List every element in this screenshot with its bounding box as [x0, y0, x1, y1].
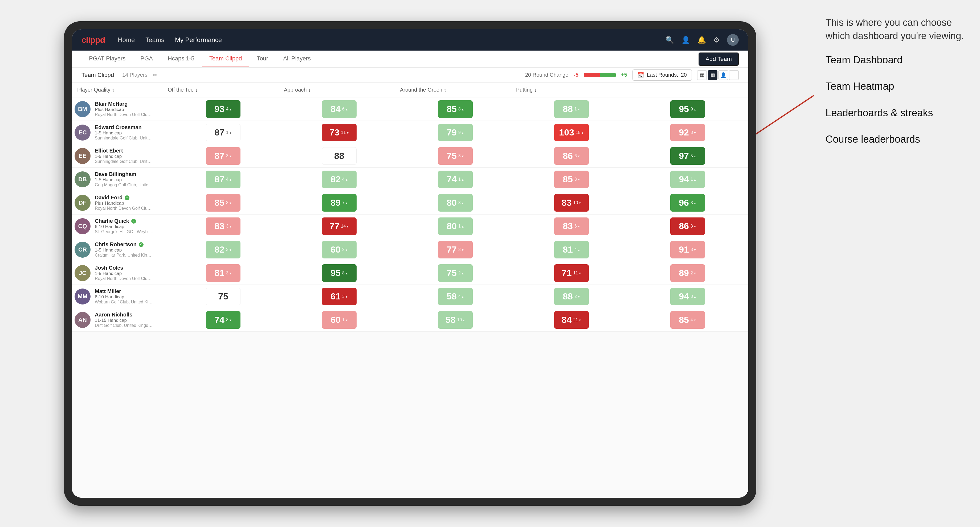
settings-icon[interactable]: ⚙	[713, 36, 719, 44]
player-details: Matt Miller6-10 HandicapWoburn Golf Club…	[95, 288, 153, 305]
score-change: 2	[458, 271, 464, 275]
avatar: CR	[75, 242, 91, 258]
score-value: 87	[215, 151, 224, 161]
player-info[interactable]: JCJosh Coles1-5 HandicapRoyal North Devo…	[75, 262, 165, 284]
col-player-quality[interactable]: Player Quality ↕	[75, 83, 165, 97]
score-box: 824	[322, 171, 356, 188]
score-value: 77	[329, 221, 339, 231]
arrow-down-icon	[461, 247, 464, 252]
score-value: 97	[679, 151, 689, 161]
arrow-up-icon	[229, 107, 232, 111]
view-download-icon[interactable]: ↓	[729, 70, 739, 80]
score-cell: 941	[630, 168, 746, 190]
arrow-down-icon	[346, 224, 349, 229]
player-details: Elliot Ebert1-5 HandicapSunningdale Golf…	[95, 148, 153, 164]
player-name: Edward Crossman	[95, 124, 153, 130]
score-value: 77	[447, 244, 457, 255]
add-team-button[interactable]: Add Team	[698, 52, 739, 66]
tab-tour[interactable]: Tour	[249, 51, 275, 67]
score-value: 84	[331, 104, 340, 114]
avatar: EC	[75, 125, 91, 141]
sub-nav: PGAT Players PGA Hcaps 1-5 Team Clippd T…	[72, 51, 748, 68]
score-cell: 813	[165, 262, 281, 284]
score-value: 85	[563, 174, 573, 184]
tab-pga[interactable]: PGA	[133, 51, 160, 67]
score-cell: 854	[630, 309, 746, 331]
score-cell: 833	[165, 215, 281, 237]
score-box: 799	[438, 124, 473, 141]
player-info[interactable]: DBDave Billingham1-5 HandicapGog Magog G…	[75, 168, 165, 190]
player-info[interactable]: DFDavid Ford✓Plus HandicapRoyal North De…	[75, 191, 165, 214]
annotation-area: This is where you can choose which dashb…	[826, 16, 964, 159]
score-change: 3	[226, 271, 232, 275]
score-change: 1	[342, 317, 348, 322]
player-details: Edward Crossman1-5 HandicapSunningdale G…	[95, 124, 153, 141]
player-name: Blair McHarg	[95, 101, 153, 107]
team-name-label: Team Clippd	[81, 71, 114, 78]
view-icons: ▦ ▩ 👤 ↓	[697, 70, 739, 80]
table-row: ECEdward Crossman1-5 HandicapSunningdale…	[72, 121, 748, 144]
score-box: 975	[670, 147, 705, 165]
player-info[interactable]: EEElliot Ebert1-5 HandicapSunningdale Go…	[75, 144, 165, 167]
heatbar-green	[600, 73, 616, 77]
tab-pgat-players[interactable]: PGAT Players	[81, 51, 133, 67]
player-info[interactable]: BMBlair McHargPlus HandicapRoyal North D…	[75, 98, 165, 120]
player-name: Charlie Quick✓	[95, 218, 153, 224]
avatar[interactable]: U	[727, 34, 739, 46]
nav-item-home[interactable]: Home	[118, 36, 135, 44]
score-box: 959	[670, 100, 705, 118]
tab-team-clippd[interactable]: Team Clippd	[202, 51, 249, 67]
view-person-icon[interactable]: 👤	[719, 70, 728, 80]
score-change: 1	[458, 224, 464, 229]
sub-nav-tabs: PGAT Players PGA Hcaps 1-5 Team Clippd T…	[81, 51, 318, 67]
tab-all-players[interactable]: All Players	[275, 51, 318, 67]
last-rounds-button[interactable]: 📅 Last Rounds: 20	[632, 70, 692, 81]
score-value: 73	[329, 127, 339, 138]
arrow-down-icon	[578, 317, 581, 322]
edit-icon[interactable]: ✏	[153, 72, 158, 78]
score-change: 4	[690, 317, 696, 322]
score-cell: 7111	[514, 262, 630, 284]
nav-item-teams[interactable]: Teams	[145, 36, 164, 44]
player-info[interactable]: CRChris Robertson✓1-5 HandicapCraigmilla…	[75, 238, 165, 261]
score-value: 95	[331, 268, 340, 278]
search-icon[interactable]: 🔍	[665, 36, 674, 44]
score-value: 89	[679, 268, 689, 278]
player-info[interactable]: ANAaron Nicholls11-15 HandicapDrift Golf…	[75, 308, 165, 331]
last-rounds-value: 20	[681, 72, 687, 78]
score-box: 897	[322, 194, 356, 211]
score-change: 1	[574, 107, 580, 111]
arrow-up-icon	[461, 294, 464, 299]
verified-icon: ✓	[139, 242, 143, 247]
col-putting[interactable]: Putting ↕	[514, 83, 630, 97]
avatar: MM	[75, 289, 91, 305]
player-info[interactable]: ECEdward Crossman1-5 HandicapSunningdale…	[75, 121, 165, 144]
player-info[interactable]: CQCharlie Quick✓6-10 HandicapSt. George'…	[75, 215, 165, 237]
score-change: 4	[574, 247, 580, 252]
arrow-down-icon	[345, 294, 348, 299]
profile-icon[interactable]: 👤	[681, 36, 690, 44]
col-around-green[interactable]: Around the Green ↕	[397, 83, 514, 97]
arrow-down-icon	[578, 271, 581, 275]
arrow-down-icon	[694, 317, 696, 322]
view-grid-icon[interactable]: ▦	[697, 70, 707, 80]
arrow-up-icon	[229, 177, 232, 182]
score-value: 86	[563, 151, 573, 161]
col-off-tee[interactable]: Off the Tee ↕	[165, 83, 281, 97]
bell-icon[interactable]: 🔔	[697, 36, 706, 44]
player-info[interactable]: MMMatt Miller6-10 HandicapWoburn Golf Cl…	[75, 285, 165, 308]
score-box: 5810	[438, 311, 473, 329]
score-change: 4	[226, 177, 232, 182]
player-handicap: 6-10 Handicap	[95, 224, 153, 229]
score-box: 10315	[554, 124, 589, 141]
dashboard-option-4: Course leaderboards	[826, 133, 964, 146]
arrow-down-icon	[578, 154, 580, 158]
tab-hcaps[interactable]: Hcaps 1-5	[160, 51, 202, 67]
score-change: 15	[576, 130, 584, 135]
score-cell: 8421	[514, 309, 630, 331]
score-cell: 801	[397, 215, 514, 237]
view-heatmap-icon[interactable]: ▩	[708, 70, 718, 80]
score-box: 873	[206, 147, 240, 165]
nav-item-myperformance[interactable]: My Performance	[175, 36, 222, 44]
col-approach[interactable]: Approach ↕	[281, 83, 397, 97]
